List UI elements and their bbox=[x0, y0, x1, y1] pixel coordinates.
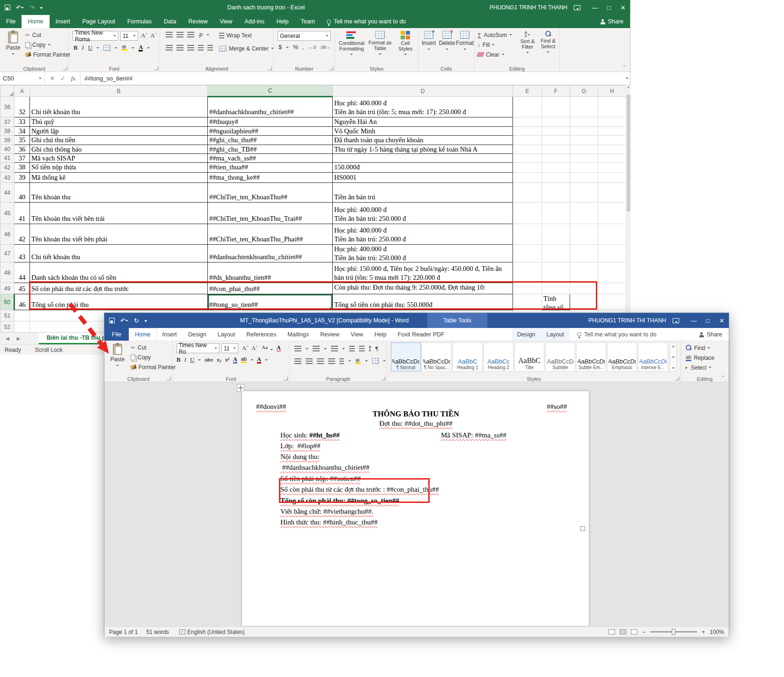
cell-C41[interactable]: ##ma_vach_ss## bbox=[208, 154, 333, 163]
autosum-button[interactable]: ∑AutoSum bbox=[477, 30, 512, 40]
show-paragraph-marks-icon[interactable]: ¶ bbox=[375, 345, 378, 352]
cell-B50[interactable]: Tổng số còn phải thu bbox=[30, 294, 208, 310]
cell-H41[interactable] bbox=[598, 154, 626, 163]
row-header-48[interactable]: 48 bbox=[0, 262, 15, 283]
orientation-button[interactable]: ab bbox=[197, 31, 204, 38]
excel-tab-data[interactable]: Data bbox=[158, 15, 182, 28]
row-header-39[interactable]: 39 bbox=[0, 136, 15, 145]
cell-A47[interactable]: 43 bbox=[15, 245, 30, 262]
cell-A39[interactable]: 35 bbox=[15, 136, 30, 145]
web-layout-icon[interactable] bbox=[631, 629, 637, 634]
cell-F38[interactable] bbox=[542, 127, 570, 136]
increase-indent-icon[interactable] bbox=[359, 346, 365, 351]
align-center-icon[interactable] bbox=[306, 358, 313, 364]
font-color-dropdown-icon[interactable] bbox=[147, 47, 150, 50]
doc-line-5[interactable]: Lớp: ##lop## bbox=[242, 441, 590, 451]
cell-C39[interactable]: ##ghi_chu_thu## bbox=[208, 136, 333, 145]
cell-F41[interactable] bbox=[542, 154, 570, 163]
cell-D36[interactable]: Học phí: 400.000 đ Tiền ăn bán trú (tồn:… bbox=[333, 97, 513, 117]
cell-D49[interactable]: Còn phải thu: Đợt thu tháng 9: 250.000đ,… bbox=[333, 283, 513, 294]
bold-button[interactable]: B bbox=[73, 44, 78, 51]
excel-tab-add-ins[interactable]: Add-ins bbox=[238, 15, 270, 28]
cell-A40[interactable]: 36 bbox=[15, 145, 30, 154]
align-left-icon[interactable] bbox=[294, 358, 301, 364]
cell-E46[interactable] bbox=[513, 224, 542, 245]
cell-E48[interactable] bbox=[513, 262, 542, 283]
paste-button[interactable]: Paste bbox=[3, 30, 23, 56]
word-tab-help[interactable]: Help bbox=[369, 328, 392, 341]
word-count[interactable]: 51 words bbox=[146, 629, 169, 635]
paste-dropdown-icon[interactable] bbox=[116, 365, 119, 368]
cell-H39[interactable] bbox=[598, 136, 626, 145]
grow-font-button[interactable]: A˄ bbox=[242, 344, 249, 352]
cell-G41[interactable] bbox=[570, 154, 598, 163]
clear-button[interactable]: Clear bbox=[477, 50, 512, 59]
align-bottom-icon[interactable] bbox=[187, 32, 194, 37]
cell-H49[interactable] bbox=[598, 283, 626, 294]
word-share-button[interactable]: Share bbox=[699, 328, 722, 341]
grow-font-button[interactable]: A˄ bbox=[141, 32, 147, 39]
cell-D44[interactable]: Tiền ăn bán trú bbox=[333, 183, 513, 203]
cell-E50[interactable] bbox=[513, 294, 542, 310]
column-header-B[interactable]: B bbox=[30, 86, 208, 97]
row-header-41[interactable]: 41 bbox=[0, 154, 15, 163]
underline-dropdown-icon[interactable] bbox=[198, 359, 201, 362]
cell-F43[interactable] bbox=[542, 173, 570, 183]
cell-C50[interactable]: ##tong_so_tien## bbox=[208, 294, 333, 310]
cell-F50[interactable]: Tính tổng số tiền bbox=[542, 294, 570, 310]
styles-scroll-up-icon[interactable]: ▲ bbox=[672, 344, 675, 348]
ribbon-display-options-icon[interactable] bbox=[673, 318, 679, 323]
cell-H48[interactable] bbox=[598, 262, 626, 283]
align-right-icon[interactable] bbox=[317, 358, 324, 364]
undo-button[interactable]: ↶ bbox=[120, 317, 128, 324]
row-header-36[interactable]: 36 bbox=[0, 97, 15, 117]
word-tab-layout-contextual[interactable]: Layout bbox=[541, 328, 570, 341]
cell-F37[interactable] bbox=[542, 117, 570, 127]
paste-dropdown-icon[interactable] bbox=[12, 53, 15, 56]
cell-F40[interactable] bbox=[542, 145, 570, 154]
column-header-H[interactable]: H bbox=[598, 86, 626, 97]
fill-button[interactable]: ↓Fill bbox=[477, 40, 512, 50]
excel-tab-team[interactable]: Team bbox=[294, 15, 321, 28]
row-header-40[interactable]: 40 bbox=[0, 145, 15, 154]
increase-decimal-button[interactable]: ←.0 bbox=[308, 45, 316, 50]
cell-H46[interactable] bbox=[598, 224, 626, 245]
cell-B38[interactable]: Người lập bbox=[30, 127, 208, 136]
row-header-45[interactable]: 45 bbox=[0, 203, 15, 224]
collapse-ribbon-icon[interactable]: ⌃ bbox=[721, 375, 725, 380]
strikethrough-button[interactable]: abc bbox=[205, 357, 213, 363]
style-card-subtle-em-[interactable]: AaBbCcDtSubtle Em... bbox=[576, 342, 606, 371]
cell-B40[interactable]: Ghi chú thông báo bbox=[30, 145, 208, 154]
row-header-37[interactable]: 37 bbox=[0, 117, 15, 127]
cell-F36[interactable] bbox=[542, 97, 570, 117]
row-header-52[interactable]: 52 bbox=[0, 321, 15, 333]
cell-B36[interactable]: Chi tiết khoản thu bbox=[30, 97, 208, 117]
cell-D43[interactable]: HS0001 bbox=[333, 173, 513, 183]
multilevel-list-icon[interactable] bbox=[331, 346, 338, 351]
row-header-46[interactable]: 46 bbox=[0, 224, 15, 245]
style-card--no-spac-[interactable]: AaBbCcDc¶ No Spac... bbox=[422, 342, 452, 371]
font-color-button[interactable]: A bbox=[257, 357, 261, 364]
cell-H43[interactable] bbox=[598, 173, 626, 183]
shading-icon[interactable] bbox=[355, 358, 361, 364]
cell-B46[interactable]: Tên khoản thu viết bên phải bbox=[30, 224, 208, 245]
style-card-subtitle[interactable]: AaBbCcDSubtitle bbox=[545, 342, 575, 371]
change-case-dropdown-icon[interactable] bbox=[270, 349, 273, 352]
row-header-38[interactable]: 38 bbox=[0, 127, 15, 136]
doc-line-7[interactable]: ##danhsachkhoanthu_chitiet## bbox=[242, 463, 590, 472]
ribbon-display-options-icon[interactable] bbox=[574, 5, 580, 10]
cell-B41[interactable]: Mã vạch SISAP bbox=[30, 154, 208, 163]
scrollbar-thumb[interactable] bbox=[627, 95, 630, 211]
zoom-level[interactable]: 100% bbox=[710, 629, 724, 635]
cell-C43[interactable]: ##ma_thong_ke## bbox=[208, 173, 333, 183]
style-card-intense-e-[interactable]: AaBbCcDtIntense E... bbox=[638, 342, 668, 371]
cell-G39[interactable] bbox=[570, 136, 598, 145]
format-cells-button[interactable]: Format bbox=[456, 31, 474, 51]
save-icon[interactable] bbox=[109, 318, 115, 323]
cell-H42[interactable] bbox=[598, 163, 626, 173]
font-color-dropdown-icon[interactable] bbox=[265, 359, 268, 362]
align-middle-icon[interactable] bbox=[176, 32, 183, 37]
cell-C45[interactable]: ##ChiTiet_ten_KhoanThu_Trai## bbox=[208, 203, 333, 224]
cell-B39[interactable]: Ghi chú thu tiền bbox=[30, 136, 208, 145]
cell-A44[interactable]: 40 bbox=[15, 183, 30, 203]
